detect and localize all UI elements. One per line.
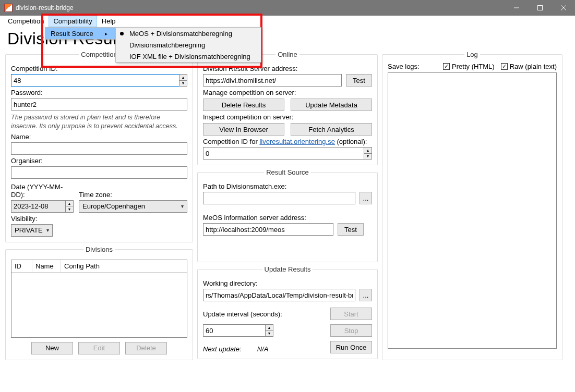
dm-browse-button[interactable]: ... [360,192,372,204]
competition-id-spin[interactable]: ▲▼ [179,74,187,87]
col-id[interactable]: ID [11,260,32,272]
col-name[interactable]: Name [32,260,61,272]
result-source-group: Result Source Path to Divisionsmatch.exe… [197,168,378,262]
manage-label: Manage competition on server: [203,89,372,96]
dm-path-label: Path to Divisionsmatch.exe: [203,182,372,190]
chevron-down-icon: ▾ [181,203,184,209]
password-label: Password: [11,89,187,96]
svg-rect-1 [537,6,542,10]
interval-input[interactable] [203,324,265,337]
organiser-input[interactable] [11,166,187,179]
interval-label: Update interval (seconds): [203,310,325,318]
visibility-select[interactable]: PRIVATE ▾ [11,224,53,237]
fetch-analytics-button[interactable]: Fetch Analytics [291,123,372,136]
pretty-checkbox[interactable]: Pretty (HTML) [443,63,495,70]
maximize-button[interactable] [528,0,552,16]
view-browser-button[interactable]: View In Browser [203,123,284,136]
menubar: Competition Compatibility Help [0,16,575,27]
competition-group: Competition Competition ID: ▲▼ Password:… [5,51,193,242]
window-title: division-result-bridge [16,4,505,11]
server-label: Division Result Server address: [203,65,372,72]
compatibility-menu: Result Source ▸ [45,27,115,40]
checkbox-icon [443,63,450,70]
competition-id-label: Competition ID: [11,65,187,72]
result-source-submenu: MeOS + Divisionsmatchberegning Divisions… [115,27,261,63]
result-source-legend: Result Source [264,168,311,176]
checkbox-icon [501,63,508,70]
divisions-table[interactable]: ID Name Config Path [11,260,187,338]
server-input[interactable] [203,74,342,87]
close-button[interactable] [552,0,575,16]
submenu-option-0[interactable]: MeOS + Divisionsmatchberegning [116,28,261,39]
menu-competition[interactable]: Competition [3,16,49,27]
meos-input[interactable] [203,223,333,236]
menu-result-source[interactable]: Result Source ▸ [45,28,115,39]
name-label: Name: [11,133,187,141]
delete-button[interactable]: Delete [125,342,167,354]
titlebar: division-result-bridge [0,0,575,16]
new-button[interactable]: New [31,342,73,354]
menu-compatibility[interactable]: Compatibility [49,16,97,27]
visibility-value: PRIVATE [15,226,43,234]
delete-results-button[interactable]: Delete Results [203,99,284,111]
name-input[interactable] [11,142,187,155]
minimize-button[interactable] [505,0,528,16]
col-configpath[interactable]: Config Path [61,260,187,272]
submenu-option-1[interactable]: Divisionsmatchberegning [116,39,261,51]
live-id-input[interactable] [203,147,364,160]
chevron-down-icon: ▾ [46,227,49,233]
wd-input[interactable] [203,289,355,301]
submenu-option-2[interactable]: IOF XML file + Divisionsmatchberegning [116,51,261,62]
log-textarea[interactable] [388,72,557,349]
date-label: Date (YYYY-MM-DD): [11,183,74,199]
live-label: Competition ID for liveresultat.orienter… [203,138,372,145]
log-group: Log Save logs: Pretty (HTML) Raw (plain … [382,51,562,360]
menu-help[interactable]: Help [97,16,121,27]
edit-button[interactable]: Edit [78,342,120,354]
raw-checkbox[interactable]: Raw (plain text) [501,63,557,70]
organiser-label: Organiser: [11,157,187,165]
log-legend: Log [464,51,480,58]
competition-id-input[interactable] [11,74,179,87]
tz-select[interactable]: Europe/Copenhagen ▾ [79,200,187,213]
live-id-spin[interactable]: ▲▼ [364,147,372,160]
update-metadata-button[interactable]: Update Metadata [291,99,372,111]
password-note: The password is stored in plain text and… [11,113,187,131]
start-button[interactable]: Start [330,308,372,320]
date-input[interactable] [11,200,65,213]
visibility-label: Visibility: [11,215,187,223]
save-logs-label: Save logs: [388,63,420,70]
stop-button[interactable]: Stop [330,324,372,337]
run-once-button[interactable]: Run Once [330,341,372,353]
next-update-value: N/A [257,345,269,353]
competition-legend: Competition [79,51,119,58]
inspect-label: Inspect competition on server: [203,113,372,121]
divisions-legend: Divisions [83,246,115,253]
radio-dot-icon [120,32,124,35]
tz-label: Time zone: [79,191,187,199]
password-input[interactable] [11,98,187,111]
wd-label: Working directory: [203,279,372,287]
update-group: Update Results Working directory: ... Up… [197,265,378,359]
submenu-arrow-icon: ▸ [105,31,107,36]
tz-value: Europe/Copenhagen [82,202,145,210]
divisions-group: Divisions ID Name Config Path New Edit D… [5,246,193,360]
app-icon [4,4,13,12]
wd-browse-button[interactable]: ... [360,289,372,301]
live-link[interactable]: liveresultat.orientering.se [259,138,335,145]
date-spin[interactable]: ▲▼ [65,200,74,213]
online-group: Online Division Result Server address: T… [197,51,378,165]
dm-path-input[interactable] [203,192,355,204]
next-update-label: Next update: [203,345,242,353]
online-legend: Online [275,51,300,58]
meos-label: MeOS information server address: [203,214,372,222]
update-legend: Update Results [262,265,313,273]
meos-test-button[interactable]: Test [338,223,364,236]
server-test-button[interactable]: Test [346,74,372,87]
interval-spin[interactable]: ▲▼ [265,324,273,337]
